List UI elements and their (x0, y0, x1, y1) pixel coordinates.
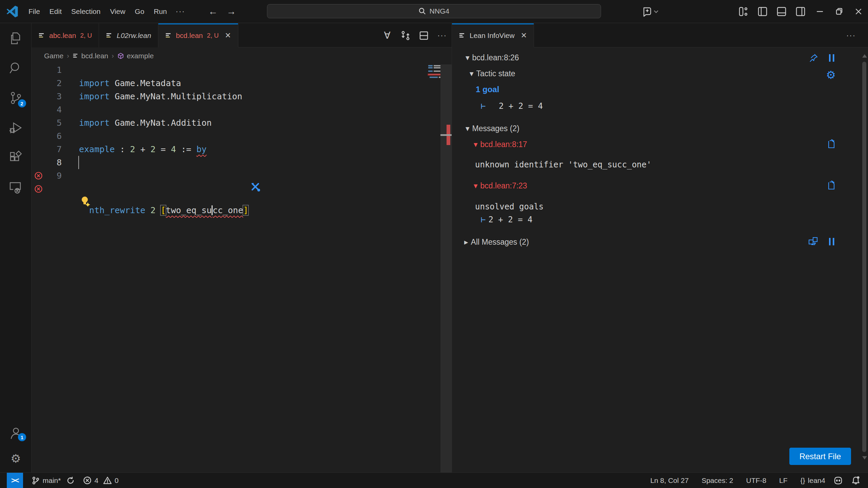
split-editor-icon[interactable] (417, 29, 431, 42)
toggle-secondary-sidebar-icon[interactable] (791, 0, 810, 23)
tab-l02rw-lean[interactable]: L02rw.lean (99, 23, 158, 47)
overview-error-mark (447, 136, 450, 145)
code-line[interactable]: 3import Game.MyNat.Multiplication (32, 90, 440, 103)
scroll-up-arrow-icon[interactable] (862, 54, 867, 58)
customize-layout-icon[interactable] (734, 0, 753, 23)
toggle-panel-icon[interactable] (772, 0, 791, 23)
sidebar-item-run-debug[interactable] (0, 113, 32, 143)
lightbulb-icon[interactable] (80, 169, 101, 233)
tab-close-icon[interactable]: ✕ (521, 31, 527, 40)
editor-scrollbar[interactable] (440, 64, 452, 472)
infoview-scrollbar[interactable] (862, 54, 867, 466)
message-location[interactable]: ▼ bcd.lean:8:17 (474, 140, 527, 149)
code-text: example : 2 + 2 = 4 := by (79, 143, 206, 156)
sidebar-item-remote-explorer[interactable] (0, 172, 32, 202)
language-mode-item[interactable]: {} lean4 (796, 473, 829, 488)
menu-more-icon[interactable]: ··· (172, 4, 189, 19)
sidebar-item-source-control[interactable]: 2 (0, 83, 32, 113)
tab-close-icon[interactable]: ✕ (225, 31, 231, 40)
turnstile-glyph: ⊢ (481, 215, 486, 224)
infoview-file-header[interactable]: ▼ bcd.lean:8:26 (466, 53, 519, 62)
lean-infoview-toggle-icon[interactable]: ∀ (380, 29, 394, 42)
indentation-item[interactable]: Spaces: 2 (697, 473, 737, 488)
sidebar-item-extensions[interactable] (0, 143, 32, 172)
more-actions-icon[interactable]: ··· (435, 29, 449, 42)
goto-location-icon[interactable] (808, 237, 818, 247)
encoding-item[interactable]: UTF-8 (742, 473, 771, 488)
remote-indicator[interactable]: >< (7, 473, 23, 488)
notifications-item[interactable] (847, 473, 865, 488)
vscode-window: File Edit Selection View Go Run ··· ← → … (0, 0, 868, 488)
code-line[interactable]: 2import Game.Metadata (32, 77, 440, 90)
code-line[interactable]: 1 (32, 63, 440, 77)
pause-updates-icon[interactable] (828, 53, 836, 63)
tab-bcd-lean[interactable]: bcd.lean 2, U ✕ (158, 23, 238, 47)
breadcrumb-file[interactable]: bcd.lean (73, 52, 108, 60)
eol-item[interactable]: LF (775, 473, 792, 488)
infoview-settings-icon[interactable]: ⚙ (826, 68, 836, 81)
restart-file-button[interactable]: Restart File (789, 448, 851, 465)
minimize-button[interactable] (810, 0, 829, 23)
line-number: 2 (32, 77, 62, 90)
sidebar-item-explorer[interactable] (0, 23, 32, 53)
code-text: import Game.MyNat.Addition (79, 116, 212, 129)
tactic-state-header[interactable]: ▼ Tactic state (470, 69, 515, 78)
search-sidebar-icon (8, 61, 23, 76)
git-branch-item[interactable]: main* (27, 473, 79, 488)
menu-selection[interactable]: Selection (66, 5, 105, 18)
nav-back-icon[interactable]: ← (208, 6, 218, 17)
copy-to-comment-icon[interactable] (826, 139, 836, 149)
tab-label: Lean InfoView (470, 32, 515, 40)
code-token: ] (243, 205, 248, 215)
code-action-wrench-icon[interactable] (251, 156, 271, 218)
sidebar-item-search[interactable] (0, 53, 32, 83)
restore-button[interactable] (829, 0, 849, 23)
lean-file-icon (459, 32, 466, 39)
all-messages-header[interactable]: ▶ All Messages (2) (464, 238, 529, 247)
panel-more-actions-icon[interactable]: ··· (846, 23, 856, 47)
menu-run[interactable]: Run (149, 5, 172, 18)
messages-header[interactable]: ▼ Messages (2) (466, 124, 519, 133)
code-line[interactable]: 9 (32, 169, 440, 182)
breadcrumb-folder[interactable]: Game (44, 52, 63, 60)
tab-lean-infoview[interactable]: Lean InfoView ✕ (452, 23, 534, 47)
open-changes-icon[interactable] (399, 29, 412, 42)
code-line[interactable]: 8 nth_rewrite 2 [two_eq_succ_one] (32, 156, 440, 169)
pause-updates-icon[interactable] (828, 237, 836, 246)
nav-forward-icon[interactable]: → (226, 6, 236, 17)
command-center-search[interactable]: NNG4 (267, 4, 601, 18)
copilot-menu[interactable] (642, 6, 659, 17)
collapse-triangle-icon: ▼ (474, 183, 478, 189)
code-line[interactable]: 4 (32, 103, 440, 116)
code-line[interactable]: 5import Game.MyNat.Addition (32, 116, 440, 129)
code-token (145, 205, 151, 215)
branch-icon (31, 476, 40, 485)
menu-file[interactable]: File (24, 5, 45, 18)
accounts-button[interactable]: 1 (0, 420, 32, 447)
copilot-status-item[interactable] (829, 473, 847, 488)
scroll-down-arrow-icon[interactable] (862, 456, 867, 460)
menu-view[interactable]: View (105, 5, 130, 18)
code-line[interactable]: 7example : 2 + 2 = 4 := by (32, 143, 440, 156)
menu-go[interactable]: Go (130, 5, 149, 18)
copy-to-comment-icon[interactable] (826, 180, 836, 190)
line-number: 7 (32, 143, 62, 156)
code-editor[interactable]: 12import Game.Metadata3import Game.MyNat… (32, 64, 452, 472)
cursor-position-item[interactable]: Ln 8, Col 27 (646, 473, 693, 488)
code-line[interactable]: 6 (32, 129, 440, 143)
toggle-primary-sidebar-icon[interactable] (753, 0, 772, 23)
remote-icon: >< (11, 476, 19, 485)
menu-edit[interactable]: Edit (45, 5, 66, 18)
line-number: 3 (32, 90, 62, 103)
tab-abc-lean[interactable]: abc.lean 2, U (32, 23, 99, 47)
pin-icon[interactable] (809, 53, 818, 63)
message-location[interactable]: ▼ bcd.lean:7:23 (474, 181, 527, 190)
code-token: Game.MyNat.Addition (110, 118, 212, 128)
accounts-badge: 1 (18, 433, 26, 441)
tab-decoration: 2, U (80, 32, 92, 39)
close-button[interactable] (849, 0, 868, 23)
problems-item[interactable]: 4 0 (79, 473, 122, 488)
scrollbar-thumb[interactable] (862, 62, 866, 452)
breadcrumb-symbol[interactable]: example (117, 52, 154, 60)
settings-button[interactable]: ⚙ (0, 447, 32, 470)
